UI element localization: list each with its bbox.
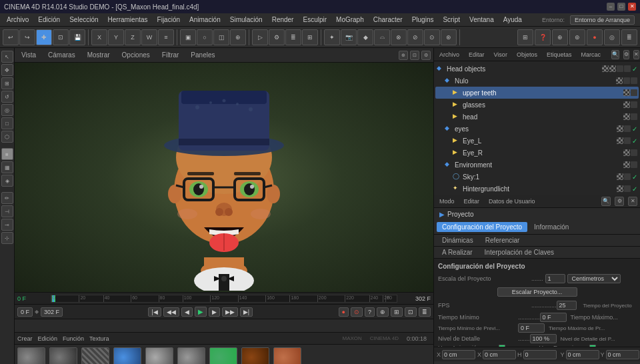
dot4[interactable] xyxy=(624,65,631,72)
dot2[interactable] xyxy=(624,173,631,180)
props-search[interactable]: 🔍 xyxy=(601,197,611,206)
new-button[interactable]: ✚ xyxy=(36,29,52,45)
menu-archivo[interactable]: Archivo xyxy=(3,15,33,25)
props-editar[interactable]: Editar xyxy=(461,197,483,205)
obj-row-head[interactable]: ▶ head xyxy=(435,111,639,123)
3d-viewport[interactable] xyxy=(15,63,433,292)
dot1[interactable] xyxy=(623,113,630,120)
dot2[interactable] xyxy=(623,77,630,84)
auto-key[interactable]: ⊙ xyxy=(351,307,363,317)
mirror-tool[interactable]: ⊣ xyxy=(1,205,13,217)
material-item-mat2[interactable]: Mat.2 xyxy=(145,347,173,364)
box-select[interactable]: □ xyxy=(1,117,13,129)
tab-mostrar[interactable]: Mostrar xyxy=(83,50,114,60)
dot2[interactable] xyxy=(631,89,637,96)
move-button[interactable]: X xyxy=(91,29,107,45)
rigging-mode[interactable]: ⊕ xyxy=(230,29,246,45)
obj-tb-objetos[interactable]: Objetos xyxy=(514,51,540,59)
material-item-mat1[interactable]: Mat.1 xyxy=(17,347,45,364)
obj-row-hintergrundlicht[interactable]: ✦ Hintergrundlicht ✓ xyxy=(435,183,639,195)
key-tool2[interactable]: ⊞ xyxy=(391,307,403,317)
texture-mode[interactable]: ◫ xyxy=(213,29,229,45)
auto-key-button[interactable]: ◎ xyxy=(604,29,620,45)
close-button[interactable]: ✕ xyxy=(628,3,636,11)
undo-button[interactable]: ↩ xyxy=(3,29,19,45)
props-options1[interactable]: ⚙ xyxy=(615,197,624,206)
menu-character[interactable]: Character xyxy=(369,15,407,25)
select-tool[interactable]: ↖ xyxy=(1,51,13,63)
props-datos[interactable]: Datos de Usuario xyxy=(486,197,538,205)
record-button[interactable]: ● xyxy=(587,29,603,45)
paint-tool[interactable]: ✏ xyxy=(1,192,13,204)
mat-tab-textura[interactable]: Textura xyxy=(89,335,109,342)
menu-plugins[interactable]: Plugins xyxy=(408,15,438,25)
key-tool4[interactable]: ≣ xyxy=(419,307,431,317)
dot1[interactable] xyxy=(617,173,623,180)
gradient-tool[interactable]: ▦ xyxy=(1,161,13,173)
tab-vista[interactable]: Vista xyxy=(17,50,40,60)
dot1[interactable] xyxy=(623,149,630,156)
mograph-button[interactable]: ⊙ xyxy=(424,29,440,45)
maximize-button[interactable]: □ xyxy=(617,3,625,11)
next-frame-button[interactable]: ▶▶ xyxy=(222,307,238,317)
material-item-iris[interactable]: Iris xyxy=(113,347,141,364)
record-key[interactable]: ● xyxy=(339,307,349,317)
escalar-proyecto-button[interactable]: Escalar Proyecto... xyxy=(497,287,577,297)
dot1[interactable] xyxy=(616,77,623,84)
frame-current[interactable]: 0 F xyxy=(17,307,33,317)
obj-row-sky1[interactable]: ◯ Sky:1 ✓ xyxy=(435,171,639,183)
tab-camaras[interactable]: Cámaras xyxy=(44,50,79,60)
dot1[interactable] xyxy=(623,101,630,108)
props-options2[interactable]: ✕ xyxy=(628,197,637,206)
props-modo[interactable]: Modo xyxy=(437,197,457,205)
obj-tb-marcac[interactable]: Marcac xyxy=(578,51,603,59)
scale-tool[interactable]: ⊞ xyxy=(1,77,13,89)
nivel-input[interactable] xyxy=(530,334,557,343)
tab-arealizar[interactable]: A Realizar xyxy=(437,247,478,257)
dot2[interactable] xyxy=(631,149,637,156)
tab-referenciar[interactable]: Referenciar xyxy=(480,235,525,245)
render-settings-button[interactable]: ⚙ xyxy=(269,29,285,45)
entorno-value[interactable]: Entorno de Arranque xyxy=(570,15,635,25)
dot1[interactable] xyxy=(617,185,623,192)
weld-button[interactable]: W xyxy=(141,29,157,45)
mat-tab-crear[interactable]: Crear xyxy=(17,335,33,342)
material-item-tshirt[interactable]: T-Shirt xyxy=(209,347,237,364)
live-select[interactable]: ◎ xyxy=(1,104,13,116)
obj-options[interactable]: ⚙ xyxy=(623,50,629,59)
menu-herramientas[interactable]: Herramientas xyxy=(104,15,152,25)
mat-tab-funcion[interactable]: Función xyxy=(63,335,84,342)
save-button[interactable]: 💾 xyxy=(69,29,85,45)
menu-script[interactable]: Script xyxy=(439,15,464,25)
dot2[interactable] xyxy=(624,137,631,144)
obj-row-glasses[interactable]: ▶ glasses xyxy=(435,99,639,111)
escala-unit[interactable]: Centimetros xyxy=(567,274,621,283)
timeline-button[interactable]: ≣ xyxy=(621,29,637,45)
melt-tool[interactable]: ⊹ xyxy=(1,232,13,244)
dot1[interactable] xyxy=(623,89,630,96)
dot1[interactable] xyxy=(602,65,609,72)
camera-button[interactable]: 📷 xyxy=(341,29,357,45)
dot2[interactable] xyxy=(631,113,637,120)
model-mode[interactable]: ▣ xyxy=(180,29,196,45)
obj-row-eyes[interactable]: ◆ eyes ✓ xyxy=(435,123,639,135)
vp-frame[interactable]: ⊡ xyxy=(410,51,419,60)
t-min-prev-input[interactable] xyxy=(518,323,545,333)
redo-button[interactable]: ↪ xyxy=(19,29,35,45)
ruler-track[interactable]: 0 20 40 60 80 100 120 140 160 180 200 22… xyxy=(51,295,397,303)
key-tool3[interactable]: ⊡ xyxy=(405,307,417,317)
tab-config-proyecto[interactable]: Configuración del Proyecto xyxy=(437,222,527,232)
null-button[interactable]: ◆ xyxy=(357,29,373,45)
dot2[interactable] xyxy=(624,185,631,192)
render-picture-viewer[interactable]: ⊞ xyxy=(302,29,318,45)
knife-tool[interactable]: ⊸ xyxy=(1,219,13,231)
dyn-button[interactable]: ⊕ xyxy=(552,29,568,45)
obj-row-eye-r[interactable]: ▶ Eye_R xyxy=(435,147,639,159)
edit-button[interactable]: ≡ xyxy=(158,29,174,45)
menu-simulacion[interactable]: Simulación xyxy=(226,15,267,25)
dot1[interactable] xyxy=(617,137,623,144)
render-button[interactable]: ❓ xyxy=(535,29,551,45)
light-button[interactable]: ✦ xyxy=(324,29,340,45)
obj-row-environment[interactable]: ◆ Environment xyxy=(435,159,639,171)
menu-fijacion[interactable]: Fijación xyxy=(153,15,184,25)
